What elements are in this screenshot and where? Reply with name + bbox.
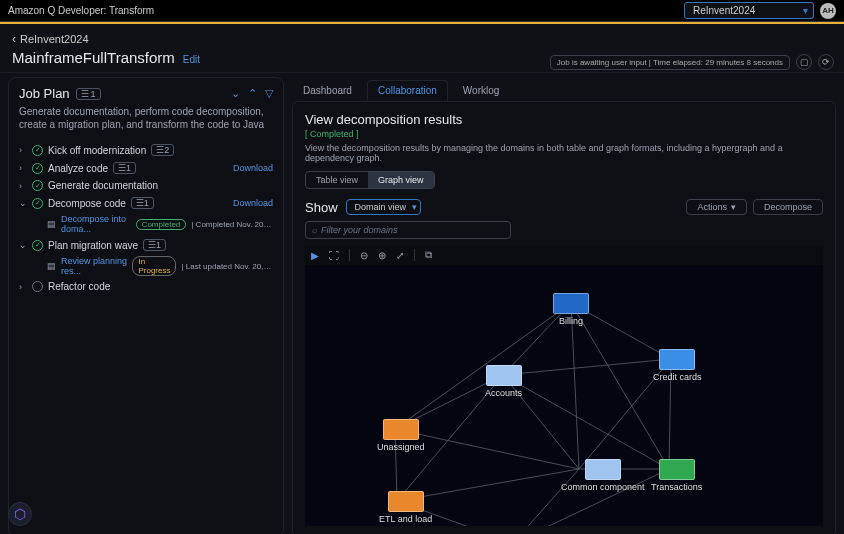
chevron-icon: ⌄ [19,240,27,250]
status-icon: ✓ [32,163,43,174]
tree-subitem-label: Decompose into doma... [61,214,131,234]
tab-dashboard[interactable]: Dashboard [292,80,363,101]
status-icon: ✓ [32,240,43,251]
stop-icon[interactable]: ▢ [796,54,812,70]
view-toggle: Table view Graph view [305,171,435,189]
node-common[interactable]: Common component [561,459,645,492]
edge [503,359,671,375]
zoom-out-icon[interactable]: ⊖ [360,250,368,261]
node-etl[interactable]: ETL and load [379,491,432,524]
status-icon: ✓ [32,198,43,209]
statusbar: Job is awaiting user input | Time elapse… [550,54,834,70]
search-icon: ⌕ [312,225,317,235]
chevron-left-icon: ‹ [12,32,16,46]
chevron-icon: ⌄ [19,198,27,208]
play-icon[interactable]: ▶ [311,250,319,261]
collapse-all-icon[interactable]: ⌃ [248,87,257,100]
status-pill: In Progress [132,256,176,276]
show-label: Show [305,200,338,215]
graph-view-tab[interactable]: Graph view [368,172,434,188]
doc-icon: ▤ [47,219,56,229]
panel: View decomposition results [ Completed ]… [292,101,836,534]
panel-title: View decomposition results [305,112,823,127]
subitem-meta: | Completed Nov. 20, 2024, 10... [191,220,273,229]
graph-toolbar: ▶ ⛶ ⊖ ⊕ ⤢ ⧉ [305,245,823,265]
status-icon: ✓ [32,145,43,156]
edge [395,303,571,429]
node-label: Credit cards [653,372,702,382]
chevron-icon: › [19,163,27,173]
avatar[interactable]: AH [820,3,836,19]
refresh-icon[interactable]: ⟳ [818,54,834,70]
breadcrumb[interactable]: ‹ ReInvent2024 [12,32,832,46]
item-badge: ☰1 [143,239,166,251]
tree-item[interactable]: ⌄ ✓ Plan migration wave ☰1 [19,236,273,254]
tree-item-label: Refactor code [48,281,110,292]
expand-all-icon[interactable]: ⌄ [231,87,240,100]
tree-subitem[interactable]: ▤ Decompose into doma... Completed | Com… [19,212,273,236]
graph-canvas[interactable]: BillingCredit cardsAccountsUnassignedCom… [305,265,823,526]
chevron-icon: › [19,181,27,191]
tree-item[interactable]: › ✓ Generate documentation [19,177,273,194]
node-creditcards[interactable]: Credit cards [653,349,702,382]
tree-item[interactable]: › ✓ Analyze code ☰1 Download [19,159,273,177]
doc-icon: ▤ [47,261,56,271]
tree-item[interactable]: › ✓ Kick off modernization ☰2 [19,141,273,159]
copy-icon[interactable]: ⧉ [425,249,432,261]
tab-collaboration[interactable]: Collaboration [367,80,448,101]
node-label: Billing [553,316,589,326]
tab-worklog[interactable]: Worklog [452,80,511,101]
node-label: ETL and load [379,514,432,524]
status-icon: ✓ [32,180,43,191]
node-label: Unassigned [377,442,425,452]
tree-item[interactable]: › Refactor code [19,278,273,295]
fullscreen-icon[interactable]: ⤢ [396,250,404,261]
filter-icon[interactable]: ▽ [265,87,273,100]
download-link[interactable]: Download [233,163,273,173]
edge [571,303,579,469]
fit-icon[interactable]: ⛶ [329,250,339,261]
actions-button[interactable]: Actions▾ [686,199,747,215]
edge [571,303,669,469]
tree-subitem[interactable]: ▤ Review planning res... In Progress | L… [19,254,273,278]
tree-item-label: Decompose code [48,198,126,209]
project-select[interactable]: ReInvent2024 [684,2,814,19]
app-title: Amazon Q Developer: Transform [8,5,154,16]
tree-item-label: Plan migration wave [48,240,138,251]
node-unassigned[interactable]: Unassigned [377,419,425,452]
filter-input[interactable]: ⌕ Filter your domains [305,221,511,239]
status-icon [32,281,43,292]
subitem-meta: | Last updated Nov. 20, 2024, 10... [181,262,273,271]
node-label: Accounts [485,388,522,398]
domain-view-dropdown[interactable]: Domain view [346,199,422,215]
node-billing[interactable]: Billing [553,293,589,326]
node-transactions[interactable]: Transactions [651,459,702,492]
tree-item-label: Generate documentation [48,180,158,191]
project-select-value: ReInvent2024 [693,5,755,16]
node-accounts[interactable]: Accounts [485,365,522,398]
panel-status: [ Completed ] [305,129,823,139]
topbar: Amazon Q Developer: Transform ReInvent20… [0,0,844,22]
zoom-in-icon[interactable]: ⊕ [378,250,386,261]
edit-link[interactable]: Edit [183,54,200,65]
tree-item-label: Kick off modernization [48,145,146,156]
download-link[interactable]: Download [233,198,273,208]
item-badge: ☰1 [131,197,154,209]
page-title: MainframeFullTransform [12,49,175,66]
jobplan-title: Job Plan [19,86,70,101]
decompose-button[interactable]: Decompose [753,199,823,215]
node-label: Transactions [651,482,702,492]
sidebar: Job Plan ☰1 ⌄ ⌃ ▽ Generate documentation… [8,77,284,534]
jobplan-desc: Generate documentation, perform code dec… [19,105,273,131]
chevron-icon: › [19,282,27,292]
panel-desc: View the decomposition results by managi… [305,143,823,163]
item-badge: ☰1 [113,162,136,174]
edge [503,375,669,469]
job-status-pill: Job is awaiting user input | Time elapse… [550,55,790,70]
tree-item[interactable]: ⌄ ✓ Decompose code ☰1 Download [19,194,273,212]
tabs: DashboardCollaborationWorklog [292,77,836,101]
table-view-tab[interactable]: Table view [306,172,368,188]
tree-subitem-label: Review planning res... [61,256,127,276]
q-badge-icon[interactable]: ⬡ [8,502,32,526]
jobplan-badge: ☰1 [76,88,101,100]
